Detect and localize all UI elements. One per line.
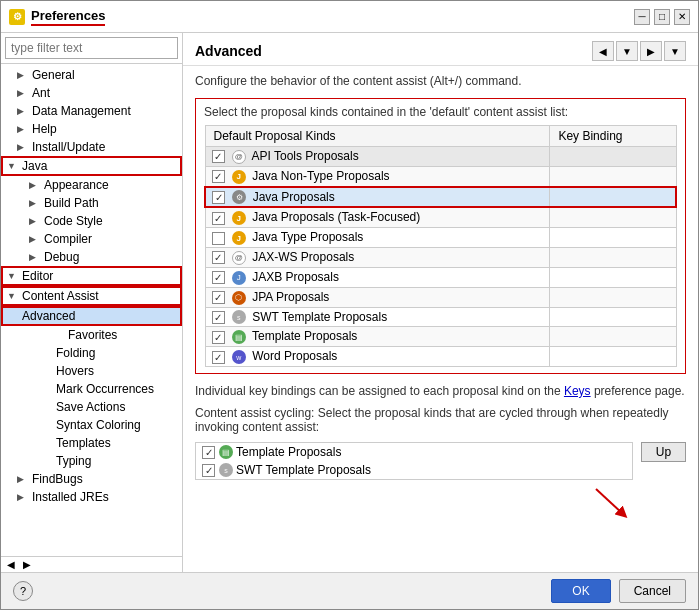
proposal-label: SWT Template Proposals [252, 310, 387, 324]
tree-item-general[interactable]: ▶ General [1, 66, 182, 84]
tree-item-favorites[interactable]: ▶ Favorites [1, 326, 182, 344]
tree-label-hovers: Hovers [56, 364, 94, 378]
proposal-binding [550, 207, 676, 227]
scroll-left-icon[interactable]: ◀ [3, 559, 19, 570]
tree-item-templates[interactable]: ▶ Templates [1, 434, 182, 452]
tree-item-ant[interactable]: ▶ Ant [1, 84, 182, 102]
proposal-icon: s [232, 310, 246, 324]
proposal-checkbox[interactable] [212, 191, 225, 204]
main-content: ▶ General ▶ Ant ▶ Data Management ▶ Help [1, 33, 698, 572]
tree-item-help[interactable]: ▶ Help [1, 120, 182, 138]
proposal-checkbox[interactable] [212, 271, 225, 284]
up-button[interactable]: Up [641, 442, 686, 462]
tree-label-general: General [32, 68, 75, 82]
tree-label-content-assist: Content Assist [22, 289, 99, 303]
tree-item-save-actions[interactable]: ▶ Save Actions [1, 398, 182, 416]
proposal-icon: J [232, 170, 246, 184]
tree-item-folding[interactable]: ▶ Folding [1, 344, 182, 362]
proposal-checkbox[interactable] [212, 212, 225, 225]
chevron-icon: ▶ [17, 124, 29, 134]
cycling-checkbox[interactable] [202, 464, 215, 477]
proposal-binding [550, 166, 676, 186]
ok-button[interactable]: OK [551, 579, 610, 603]
chevron-icon: ▼ [7, 291, 19, 301]
cycling-list-item: s SWT Template Proposals [196, 461, 632, 479]
proposal-checkbox[interactable] [212, 150, 225, 163]
proposal-binding [550, 228, 676, 248]
tree-label-build-path: Build Path [44, 196, 99, 210]
proposal-icon: J [232, 211, 246, 225]
proposal-checkbox[interactable] [212, 170, 225, 183]
tree-item-build-path[interactable]: ▶ Build Path [1, 194, 182, 212]
help-button[interactable]: ? [13, 581, 33, 601]
tree-item-debug[interactable]: ▶ Debug [1, 248, 182, 266]
proposal-cell: J JAXB Proposals [205, 267, 550, 287]
tree-label-data-mgmt: Data Management [32, 104, 131, 118]
tree-item-content-assist[interactable]: ▼ Content Assist [1, 286, 182, 306]
tree-item-code-style[interactable]: ▶ Code Style [1, 212, 182, 230]
proposal-checkbox[interactable] [212, 291, 225, 304]
preferences-window: ⚙ Preferences ─ □ ✕ ▶ General ▶ [0, 0, 699, 610]
tree-scroll-bar: ◀ ▶ [1, 556, 182, 572]
proposal-checkbox[interactable] [212, 311, 225, 324]
scroll-right-icon[interactable]: ▶ [19, 559, 35, 570]
title-bar-left: ⚙ Preferences [9, 8, 105, 26]
preferences-icon: ⚙ [9, 9, 25, 25]
tree-item-editor[interactable]: ▼ Editor [1, 266, 182, 286]
tree-label-java: Java [22, 159, 47, 173]
filter-input[interactable] [5, 37, 178, 59]
proposal-row: w Word Proposals [205, 347, 676, 367]
proposal-label: Java Non-Type Proposals [252, 169, 389, 183]
tree-item-appearance[interactable]: ▶ Appearance [1, 176, 182, 194]
tree-item-hovers[interactable]: ▶ Hovers [1, 362, 182, 380]
proposal-binding [550, 347, 676, 367]
tree-label-findbugs: FindBugs [32, 472, 83, 486]
proposal-label: Word Proposals [252, 349, 337, 363]
tree-label-advanced: Advanced [22, 309, 75, 323]
tree-label-editor: Editor [22, 269, 53, 283]
bottom-right: OK Cancel [551, 579, 686, 603]
proposal-cell: @ API Tools Proposals [205, 147, 550, 167]
tree-item-compiler[interactable]: ▶ Compiler [1, 230, 182, 248]
right-panel-title: Advanced [195, 43, 262, 59]
svg-line-0 [596, 489, 623, 514]
minimize-button[interactable]: ─ [634, 9, 650, 25]
cycling-icon: s [219, 463, 233, 477]
back-button[interactable]: ◀ [592, 41, 614, 61]
proposal-icon: J [232, 271, 246, 285]
nav-dropdown-button[interactable]: ▼ [616, 41, 638, 61]
maximize-button[interactable]: □ [654, 9, 670, 25]
cycling-checkbox[interactable] [202, 446, 215, 459]
tree-label-ant: Ant [32, 86, 50, 100]
close-button[interactable]: ✕ [674, 9, 690, 25]
tree-item-findbugs[interactable]: ▶ FindBugs [1, 470, 182, 488]
chevron-icon: ▶ [17, 492, 29, 502]
tree-item-mark-occur[interactable]: ▶ Mark Occurrences [1, 380, 182, 398]
proposal-icon: ⚙ [232, 190, 246, 204]
proposal-checkbox[interactable] [212, 251, 225, 264]
cancel-button[interactable]: Cancel [619, 579, 686, 603]
chevron-icon: ▼ [7, 161, 19, 171]
filter-box [1, 33, 182, 64]
tree-item-advanced[interactable]: ▶ Advanced [1, 306, 182, 326]
proposal-checkbox[interactable] [212, 232, 225, 245]
tree-label-syntax-color: Syntax Coloring [56, 418, 141, 432]
proposal-cell: w Word Proposals [205, 347, 550, 367]
forward-button[interactable]: ▶ [640, 41, 662, 61]
tree-item-typing[interactable]: ▶ Typing [1, 452, 182, 470]
proposal-icon: @ [232, 251, 246, 265]
tree-item-syntax-color[interactable]: ▶ Syntax Coloring [1, 416, 182, 434]
tree-item-java[interactable]: ▼ Java [1, 156, 182, 176]
forward-dropdown-button[interactable]: ▼ [664, 41, 686, 61]
proposal-cell: J Java Non-Type Proposals [205, 166, 550, 186]
proposal-checkbox[interactable] [212, 351, 225, 364]
chevron-icon: ▶ [29, 180, 41, 190]
proposal-row-highlighted: ⚙ Java Proposals [205, 187, 676, 208]
proposal-checkbox[interactable] [212, 331, 225, 344]
tree-item-installed-jres[interactable]: ▶ Installed JREs [1, 488, 182, 506]
keys-link[interactable]: Keys [564, 384, 591, 398]
tree-item-data-mgmt[interactable]: ▶ Data Management [1, 102, 182, 120]
cycling-list-item: ▤ Template Proposals [196, 443, 632, 461]
tree-item-install-update[interactable]: ▶ Install/Update [1, 138, 182, 156]
bottom-left: ? [13, 581, 33, 601]
